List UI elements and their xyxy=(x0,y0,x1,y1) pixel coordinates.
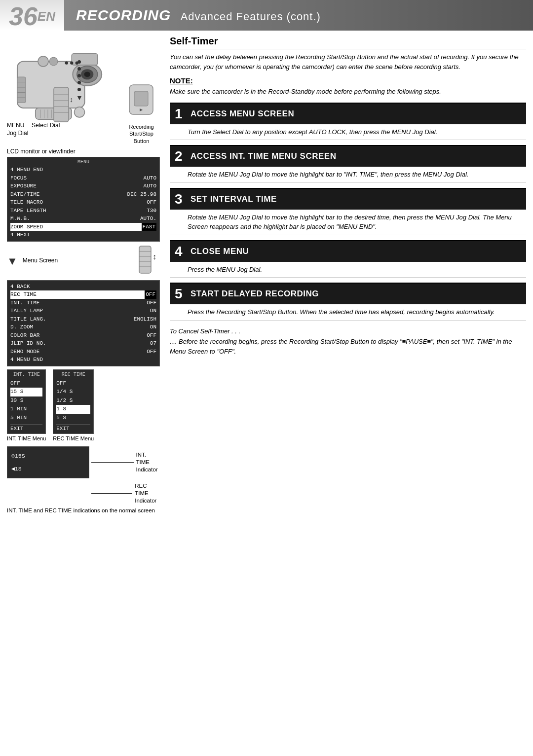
step-2-body: Rotate the MENU Jog Dial to move the hig… xyxy=(170,167,526,183)
svg-text:↕: ↕ xyxy=(152,252,156,261)
indicator-labels: INT. TIMEIndicator REC TIMEIndicator xyxy=(91,451,160,504)
section-title: Self-Timer xyxy=(170,36,526,49)
page-title-bar: RECORDING Advanced Features (cont.) xyxy=(64,0,533,31)
svg-rect-22 xyxy=(54,87,69,122)
left-column: ▼ Select Dial MENUJog Dial ↕ xyxy=(7,36,160,513)
svg-point-4 xyxy=(84,72,90,77)
step-3-body: Rotate the MENU Jog Dial to move the hig… xyxy=(170,210,526,235)
page-header: 36EN RECORDING Advanced Features (cont.) xyxy=(0,0,533,31)
step-4: 4 CLOSE MENU Press the MENU Jog Dial. xyxy=(170,240,526,278)
step-2-header: 2 ACCESS INT. TIME MENU SCREEN xyxy=(170,146,526,167)
menu-row: TAPE LENGTHT30 xyxy=(10,207,156,215)
sub-menus-area: INT. TIME OFF 15 S 30 S 1 MIN 5 MIN EXIT… xyxy=(7,369,160,442)
normal-screen-desc: INT. TIME and REC TIME indications on th… xyxy=(7,507,160,513)
step-3-title: SET INTERVAL TIME xyxy=(190,194,277,204)
menu-row: INT. TIMEOFF xyxy=(10,299,156,307)
rec-time-menu-area: REC TIME OFF 1/4 S 1/2 S 1 S 5 S EXIT RE… xyxy=(53,369,94,442)
note-title: NOTE: xyxy=(170,76,526,85)
label-recording: RecordingStart/StopButton xyxy=(125,123,157,144)
menu-row: DEMO MODEOFF xyxy=(10,348,156,356)
down-arrow: ▼ xyxy=(7,255,18,268)
step-1-title: ACCESS MENU SCREEN xyxy=(190,109,294,119)
menu-row: 4 MENU END xyxy=(10,356,156,364)
menu-row: OFF xyxy=(10,379,42,388)
lcd-monitor-label: LCD monitor or viewfinder xyxy=(7,148,160,155)
svg-rect-7 xyxy=(17,77,26,103)
step-3: 3 SET INTERVAL TIME Rotate the MENU Jog … xyxy=(170,188,526,235)
step-5-title: START DELAYED RECORDING xyxy=(190,289,319,299)
menu-row: 30 S xyxy=(10,396,42,405)
menu-row: COLOR BAROFF xyxy=(10,331,156,340)
step-4-title: CLOSE MENU xyxy=(190,247,249,256)
rec-time-indicator: ◀1S xyxy=(11,463,85,475)
int-time-menu-area: INT. TIME OFF 15 S 30 S 1 MIN 5 MIN EXIT… xyxy=(7,369,46,442)
step-1-body: Turn the Select Dial to any position exc… xyxy=(170,124,526,141)
step-4-body: Press the MENU Jog Dial. xyxy=(170,262,526,278)
step-1-number: 1 xyxy=(175,106,187,122)
svg-rect-29 xyxy=(134,91,148,106)
menu-screen-2: 4 BACK REC TIMEOFF INT. TIMEOFF TALLY LA… xyxy=(7,280,160,366)
svg-text:▶: ▶ xyxy=(140,108,143,112)
menu-row: 1/4 S xyxy=(56,388,90,396)
jog-dial-diagram: ↕ xyxy=(49,85,76,131)
exit-label: EXIT xyxy=(56,424,90,432)
note-section: NOTE: Make sure the camcorder is in the … xyxy=(170,76,526,97)
menu-row-highlight: ZOOM SPEEDFAST xyxy=(10,223,156,231)
step-3-header: 3 SET INTERVAL TIME xyxy=(170,189,526,210)
menu-row: FOCUSAUTO xyxy=(10,174,156,182)
rec-time-indicator-label: REC TIMEIndicator xyxy=(91,482,160,504)
menu-row-highlight: 1 S xyxy=(56,405,90,414)
menu-row: 1 MIN xyxy=(10,405,42,414)
step-5: 5 START DELAYED RECORDING Press the Reco… xyxy=(170,283,526,321)
menu-row-rec-time: REC TIMEOFF xyxy=(10,290,156,299)
menu-row: D. ZOOMON xyxy=(10,323,156,331)
menu-row: 4 BACK xyxy=(10,283,156,291)
rec-time-menu-label: REC TIME Menu xyxy=(53,435,94,441)
step-2-number: 2 xyxy=(175,148,187,164)
step-4-header: 4 CLOSE MENU xyxy=(170,241,526,262)
step-2: 2 ACCESS INT. TIME MENU SCREEN Rotate th… xyxy=(170,145,526,183)
step-5-number: 5 xyxy=(175,286,187,302)
exit-label: EXIT xyxy=(10,424,42,432)
menu-row: DATE/TIMEDEC 25.98 xyxy=(10,190,156,199)
section-description: You can set the delay between pressing t… xyxy=(170,52,526,72)
step-5-header: 5 START DELAYED RECORDING xyxy=(170,284,526,304)
step-4-number: 4 xyxy=(175,244,187,259)
menu-row: 4 MENU END xyxy=(10,166,156,174)
menu-screen-label: Menu Screen xyxy=(23,257,58,264)
dots-arrow: ▼ xyxy=(76,59,83,102)
svg-point-13 xyxy=(49,57,58,66)
right-column: Self-Timer You can set the delay between… xyxy=(165,36,526,513)
cancel-section: To Cancel Self-Timer . . . .... Before t… xyxy=(170,327,526,358)
normal-screen-box: ⊙15S ◀1S xyxy=(7,446,89,478)
int-time-menu-label: INT. TIME Menu xyxy=(7,435,46,441)
menu-row: 4 NEXT xyxy=(10,231,156,239)
normal-screen-wrapper: ⊙15S ◀1S INT. TIMEIndicator REC TIMEIndi… xyxy=(7,446,160,504)
menu-row-highlight: 15 S xyxy=(10,388,42,396)
step-5-body: Press the Recording Start/Stop Button. W… xyxy=(170,304,526,321)
jog-dial-small: ↕ xyxy=(135,245,160,278)
menu-row: OFF xyxy=(56,379,90,388)
int-time-menu: INT. TIME OFF 15 S 30 S 1 MIN 5 MIN EXIT xyxy=(7,369,46,434)
menu-row: M.W.B.AUTO. xyxy=(10,215,156,223)
normal-screen-area: ⊙15S ◀1S INT. TIMEIndicator REC TIMEIndi… xyxy=(7,446,160,513)
svg-point-16 xyxy=(70,62,73,65)
step-2-title: ACCESS INT. TIME MENU SCREEN xyxy=(190,151,336,161)
menu-row: TELE MACROOFF xyxy=(10,198,156,207)
menu-row: 5 MIN xyxy=(10,414,42,423)
step-3-number: 3 xyxy=(175,191,187,207)
svg-point-12 xyxy=(38,56,48,67)
page-number: 36EN xyxy=(0,0,64,31)
int-time-indicator-label: INT. TIMEIndicator xyxy=(91,451,160,473)
camcorder-diagram: ▼ Select Dial MENUJog Dial ↕ xyxy=(7,36,160,144)
recording-button-diagram: ▶ RecordingStart/StopButton xyxy=(125,82,157,144)
main-content: ▼ Select Dial MENUJog Dial ↕ xyxy=(0,31,533,518)
cancel-title: To Cancel Self-Timer . . . xyxy=(170,327,526,335)
menu-row: TALLY LAMPON xyxy=(10,307,156,315)
note-text: Make sure the camcorder is in the Record… xyxy=(170,87,526,97)
menu-row: TITLE LANG.ENGLISH xyxy=(10,315,156,324)
menu-row: EXPOSUREAUTO xyxy=(10,182,156,190)
page-title: RECORDING Advanced Features (cont.) xyxy=(76,7,321,24)
menu-row: 1/2 S xyxy=(56,396,90,405)
menu-row: 5 S xyxy=(56,414,90,423)
